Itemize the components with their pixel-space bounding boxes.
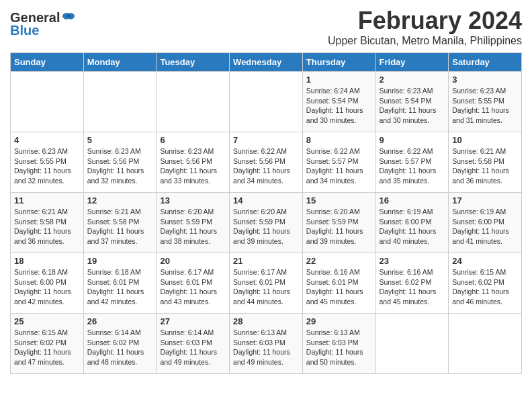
- calendar-cell: 16Sunrise: 6:19 AMSunset: 6:00 PMDayligh…: [375, 193, 449, 253]
- day-number: 7: [233, 135, 299, 145]
- day-header-sunday: Sunday: [11, 53, 84, 72]
- day-info: Sunrise: 6:16 AMSunset: 6:02 PMDaylight:…: [380, 267, 445, 307]
- calendar-week-5: 25Sunrise: 6:15 AMSunset: 6:02 PMDayligh…: [11, 314, 522, 374]
- calendar-cell: 6Sunrise: 6:23 AMSunset: 5:56 PMDaylight…: [157, 132, 230, 193]
- calendar-cell: [11, 72, 84, 132]
- calendar-cell: 22Sunrise: 6:16 AMSunset: 6:01 PMDayligh…: [302, 253, 375, 314]
- day-info: Sunrise: 6:21 AMSunset: 5:58 PMDaylight:…: [87, 207, 153, 246]
- day-number: 15: [306, 195, 372, 205]
- day-number: 1: [306, 75, 372, 85]
- day-info: Sunrise: 6:23 AMSunset: 5:56 PMDaylight:…: [87, 146, 153, 186]
- day-header-tuesday: Tuesday: [157, 53, 230, 72]
- day-header-wednesday: Wednesday: [230, 53, 303, 72]
- calendar-cell: [230, 72, 303, 132]
- calendar-cell: 10Sunrise: 6:21 AMSunset: 5:58 PMDayligh…: [449, 132, 522, 193]
- calendar-cell: 3Sunrise: 6:23 AMSunset: 5:55 PMDaylight…: [449, 72, 522, 132]
- day-number: 18: [14, 256, 80, 266]
- day-number: 25: [14, 316, 80, 326]
- day-number: 6: [160, 135, 226, 145]
- calendar-cell: 17Sunrise: 6:19 AMSunset: 6:00 PMDayligh…: [449, 193, 522, 253]
- day-header-monday: Monday: [83, 53, 157, 72]
- calendar-cell: 11Sunrise: 6:21 AMSunset: 5:58 PMDayligh…: [11, 193, 84, 253]
- day-info: Sunrise: 6:22 AMSunset: 5:57 PMDaylight:…: [306, 146, 372, 186]
- calendar-cell: 9Sunrise: 6:22 AMSunset: 5:57 PMDaylight…: [375, 132, 449, 193]
- calendar-week-4: 18Sunrise: 6:18 AMSunset: 6:00 PMDayligh…: [11, 253, 522, 314]
- calendar-cell: 2Sunrise: 6:23 AMSunset: 5:54 PMDaylight…: [375, 72, 449, 132]
- location-title: Upper Bicutan, Metro Manila, Philippines: [328, 35, 522, 47]
- calendar-cell: [83, 72, 157, 132]
- day-number: 3: [452, 75, 518, 85]
- day-info: Sunrise: 6:17 AMSunset: 6:01 PMDaylight:…: [233, 267, 299, 307]
- calendar-table: SundayMondayTuesdayWednesdayThursdayFrid…: [10, 52, 522, 374]
- day-info: Sunrise: 6:15 AMSunset: 6:02 PMDaylight:…: [452, 267, 518, 307]
- day-info: Sunrise: 6:17 AMSunset: 6:01 PMDaylight:…: [160, 267, 226, 307]
- day-number: 2: [380, 75, 445, 85]
- day-number: 17: [452, 195, 518, 205]
- day-info: Sunrise: 6:23 AMSunset: 5:54 PMDaylight:…: [380, 86, 445, 126]
- calendar-cell: 15Sunrise: 6:20 AMSunset: 5:59 PMDayligh…: [302, 193, 375, 253]
- day-number: 11: [14, 195, 80, 205]
- day-info: Sunrise: 6:23 AMSunset: 5:56 PMDaylight:…: [160, 146, 226, 186]
- day-info: Sunrise: 6:22 AMSunset: 5:56 PMDaylight:…: [233, 146, 299, 186]
- calendar-cell: 23Sunrise: 6:16 AMSunset: 6:02 PMDayligh…: [375, 253, 449, 314]
- day-info: Sunrise: 6:14 AMSunset: 6:03 PMDaylight:…: [160, 328, 226, 367]
- calendar-cell: 7Sunrise: 6:22 AMSunset: 5:56 PMDaylight…: [230, 132, 303, 193]
- day-number: 28: [233, 316, 299, 326]
- day-number: 23: [380, 256, 445, 266]
- day-info: Sunrise: 6:20 AMSunset: 5:59 PMDaylight:…: [160, 207, 226, 246]
- logo-blue-text: Blue: [10, 23, 39, 38]
- day-number: 4: [14, 135, 80, 145]
- day-header-thursday: Thursday: [302, 53, 375, 72]
- day-info: Sunrise: 6:15 AMSunset: 6:02 PMDaylight:…: [14, 328, 80, 367]
- day-info: Sunrise: 6:23 AMSunset: 5:55 PMDaylight:…: [14, 146, 80, 186]
- day-number: 12: [87, 195, 153, 205]
- day-number: 29: [306, 316, 372, 326]
- day-number: 20: [160, 256, 226, 266]
- title-area: February 2024 Upper Bicutan, Metro Manil…: [328, 7, 522, 47]
- day-number: 27: [160, 316, 226, 326]
- calendar-cell: 14Sunrise: 6:20 AMSunset: 5:59 PMDayligh…: [230, 193, 303, 253]
- month-title: February 2024: [328, 7, 522, 35]
- calendar-cell: 24Sunrise: 6:15 AMSunset: 6:02 PMDayligh…: [449, 253, 522, 314]
- day-header-saturday: Saturday: [449, 53, 522, 72]
- calendar-cell: 27Sunrise: 6:14 AMSunset: 6:03 PMDayligh…: [157, 314, 230, 374]
- day-info: Sunrise: 6:18 AMSunset: 6:01 PMDaylight:…: [87, 267, 153, 307]
- calendar-cell: [157, 72, 230, 132]
- day-info: Sunrise: 6:24 AMSunset: 5:54 PMDaylight:…: [306, 86, 372, 126]
- day-info: Sunrise: 6:19 AMSunset: 6:00 PMDaylight:…: [380, 207, 445, 246]
- calendar-cell: 8Sunrise: 6:22 AMSunset: 5:57 PMDaylight…: [302, 132, 375, 193]
- calendar-cell: 5Sunrise: 6:23 AMSunset: 5:56 PMDaylight…: [83, 132, 157, 193]
- header-row: SundayMondayTuesdayWednesdayThursdayFrid…: [11, 53, 522, 72]
- day-info: Sunrise: 6:14 AMSunset: 6:02 PMDaylight:…: [87, 328, 153, 367]
- calendar-cell: [375, 314, 449, 374]
- calendar-cell: 26Sunrise: 6:14 AMSunset: 6:02 PMDayligh…: [83, 314, 157, 374]
- day-info: Sunrise: 6:20 AMSunset: 5:59 PMDaylight:…: [306, 207, 372, 246]
- day-number: 24: [452, 256, 518, 266]
- logo: General Blue: [10, 7, 76, 38]
- calendar-cell: 20Sunrise: 6:17 AMSunset: 6:01 PMDayligh…: [157, 253, 230, 314]
- day-number: 26: [87, 316, 153, 326]
- day-number: 10: [452, 135, 518, 145]
- day-info: Sunrise: 6:20 AMSunset: 5:59 PMDaylight:…: [233, 207, 299, 246]
- day-number: 9: [380, 135, 445, 145]
- calendar-cell: 1Sunrise: 6:24 AMSunset: 5:54 PMDaylight…: [302, 72, 375, 132]
- calendar-cell: 12Sunrise: 6:21 AMSunset: 5:58 PMDayligh…: [83, 193, 157, 253]
- day-number: 13: [160, 195, 226, 205]
- day-number: 22: [306, 256, 372, 266]
- day-number: 8: [306, 135, 372, 145]
- calendar-week-1: 1Sunrise: 6:24 AMSunset: 5:54 PMDaylight…: [11, 72, 522, 132]
- header: General Blue February 2024 Upper Bicutan…: [10, 7, 522, 47]
- calendar-cell: 21Sunrise: 6:17 AMSunset: 6:01 PMDayligh…: [230, 253, 303, 314]
- day-info: Sunrise: 6:22 AMSunset: 5:57 PMDaylight:…: [380, 146, 445, 186]
- day-info: Sunrise: 6:23 AMSunset: 5:55 PMDaylight:…: [452, 86, 518, 126]
- day-info: Sunrise: 6:18 AMSunset: 6:00 PMDaylight:…: [14, 267, 80, 307]
- day-info: Sunrise: 6:21 AMSunset: 5:58 PMDaylight:…: [14, 207, 80, 246]
- day-number: 16: [380, 195, 445, 205]
- day-number: 5: [87, 135, 153, 145]
- calendar-cell: 4Sunrise: 6:23 AMSunset: 5:55 PMDaylight…: [11, 132, 84, 193]
- calendar-cell: 25Sunrise: 6:15 AMSunset: 6:02 PMDayligh…: [11, 314, 84, 374]
- calendar-cell: [449, 314, 522, 374]
- day-info: Sunrise: 6:13 AMSunset: 6:03 PMDaylight:…: [233, 328, 299, 367]
- day-number: 19: [87, 256, 153, 266]
- day-number: 21: [233, 256, 299, 266]
